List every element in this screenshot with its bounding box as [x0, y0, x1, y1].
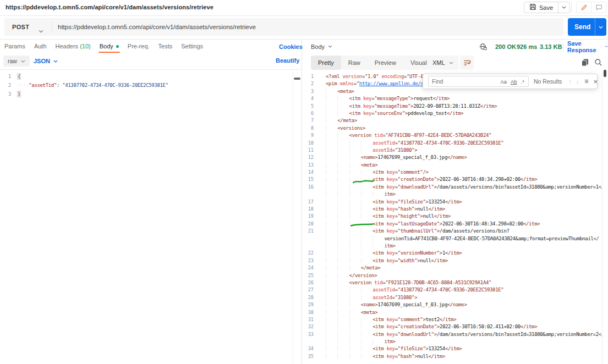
body-language-label: JSON [34, 58, 50, 64]
code-line: 3} [0, 90, 292, 98]
find-results-count: No Results [534, 78, 562, 85]
title-bar: https://pddevelop.t.omn5.com/api/core/v1… [0, 0, 608, 16]
send-options-button[interactable] [595, 18, 606, 36]
headers-count-badge: (10) [80, 43, 91, 49]
status-code[interactable]: 200 OK [495, 43, 516, 50]
whole-word-toggle[interactable]: Ab [511, 79, 517, 85]
code-line: 5 <itm key="messageTime">2022-09-08T13:2… [304, 103, 602, 110]
tab-tests[interactable]: Tests [158, 41, 173, 51]
response-size[interactable]: 3.13 KB [540, 43, 562, 50]
copy-icon [581, 58, 589, 67]
save-button[interactable]: Save [524, 2, 558, 13]
save-response-dropdown[interactable]: Save Response [567, 40, 608, 53]
body-format-dropdown[interactable]: raw [3, 56, 30, 67]
request-tabs: Params Auth Headers (10) Body Pre-req. T… [4, 40, 204, 53]
response-scrollbar-track [602, 73, 602, 364]
pencil-icon [580, 4, 588, 11]
code-line: 26 <version tid="F921E128-7D0B-4C65-8884… [304, 279, 602, 286]
request-body-editor[interactable]: 1{2····"assetTid":·"41387702-4734-470C-9… [0, 72, 292, 98]
comments-button[interactable] [591, 2, 606, 13]
find-widget: Aa Ab .* No Results ↑ ↓ ≡ × [423, 74, 598, 89]
find-previous-button[interactable]: ↑ [568, 78, 572, 85]
code-line: versionTid=AF741CB0-4F97-42E4-BEDC-57DA0… [304, 235, 602, 242]
code-line: 32 <itm key="creationDate">2022-06-30T16… [304, 323, 602, 330]
response-view-label: Body [311, 43, 325, 50]
find-input[interactable] [429, 78, 500, 85]
code-line: 29 <name>17467699_special_f_03.jpg</name… [304, 301, 602, 308]
tab-body[interactable]: Body [99, 41, 119, 51]
regex-toggle[interactable]: .* [521, 79, 524, 85]
match-case-toggle[interactable]: Aa [500, 79, 507, 85]
code-line: 22 <itm key="versionNumber">1</itm> [304, 250, 602, 257]
line-wrap-button[interactable] [460, 56, 474, 70]
tab-settings[interactable]: Settings [180, 41, 204, 51]
response-time[interactable]: 926 ms [517, 43, 537, 50]
code-line: 8 <versions> [304, 125, 602, 132]
chevron-down-icon [599, 26, 603, 29]
beautify-link[interactable]: Beautify [276, 57, 299, 64]
chevron-down-icon [53, 60, 58, 63]
code-line: 15 <itm key="creationDate">2022-06-30T16… [304, 176, 602, 183]
request-bar: POST https://pddevelop.t.omn5.com/api/co… [0, 15, 608, 40]
find-close-button[interactable]: × [593, 78, 598, 86]
code-line: 28 assetId="31080"> [304, 294, 602, 301]
code-line: 35 <itm key="hash">null</itm> [304, 353, 602, 360]
panel-divider[interactable] [302, 40, 302, 364]
editor-top-border [0, 69, 302, 70]
code-line: 24 </meta> [304, 264, 602, 272]
status-separator [563, 43, 563, 51]
send-button[interactable]: Send [568, 18, 606, 36]
save-options-button[interactable] [558, 2, 569, 13]
request-url-bar: POST https://pddevelop.t.omn5.com/api/co… [4, 18, 563, 36]
code-line: 19 <itm key="height">null</itm> [304, 213, 602, 220]
tab-pretty[interactable]: Pretty [311, 56, 341, 70]
save-icon [529, 3, 536, 12]
code-line: 16 <itm key="downloadUrl">/dam/assets/ve… [304, 184, 602, 191]
save-button-group[interactable]: Save [524, 2, 570, 13]
code-line: 12 <name>17467699_special_f_03.jpg</name… [304, 154, 602, 161]
tab-params[interactable]: Params [4, 41, 26, 51]
network-info-icon[interactable] [479, 43, 487, 53]
cookies-link[interactable]: Cookies [279, 43, 303, 50]
response-language-dropdown[interactable]: XML [427, 56, 459, 70]
request-title-url: https://pddevelop.t.omn5.com/api/core/v1… [6, 4, 213, 10]
method-url-separator [52, 21, 52, 32]
code-line: 31 <itm key="comment">test2</itm> [304, 316, 602, 323]
tab-preview[interactable]: Preview [368, 56, 403, 70]
response-scrollbar-thumb[interactable] [604, 70, 606, 77]
line-wrap-icon [463, 59, 471, 67]
code-line: 13 <meta> [304, 162, 602, 169]
find-in-selection-button[interactable]: ≡ [584, 78, 588, 85]
code-line: 17 <itm key="fileSize">133254</itm> [304, 198, 602, 206]
tab-headers[interactable]: Headers (10) [55, 41, 91, 51]
code-line: 7 </meta> [304, 117, 602, 124]
edit-button[interactable] [577, 2, 591, 13]
copy-response-button[interactable] [581, 58, 589, 69]
toolbar-separator [571, 3, 572, 12]
chevron-down-icon [605, 45, 608, 48]
tab-raw[interactable]: Raw [341, 56, 368, 70]
save-button-label: Save [539, 4, 553, 11]
chevron-down-icon [562, 6, 566, 9]
code-line: 34 <itm key="fileSize">133254</itm> [304, 345, 602, 352]
response-body-viewer[interactable]: 1<?xml version="1.0" encoding="UTF-82<pi… [304, 73, 602, 364]
request-editor-scrollbar-thumb[interactable] [294, 78, 300, 80]
tab-pre-request[interactable]: Pre-req. [127, 41, 150, 51]
code-line: 6 <itm key="sourceEnv">pddevelop_test</i… [304, 110, 602, 117]
request-url-input[interactable]: https://pddevelop.t.omn5.com/api/core/v1… [58, 18, 256, 36]
chevron-down-icon [328, 45, 332, 48]
find-input-box: Aa Ab .* [428, 76, 529, 87]
code-line: 18 <itm key="hash">null</itm> [304, 206, 602, 213]
find-next-button[interactable]: ↓ [576, 78, 579, 85]
response-view-dropdown[interactable]: Body [311, 40, 332, 53]
code-line: 2····"assetTid":·"41387702-4734-470C-933… [0, 81, 292, 90]
tab-auth[interactable]: Auth [34, 41, 47, 51]
annotation-mark-creation-date [352, 178, 375, 184]
body-language-dropdown[interactable]: JSON [34, 56, 58, 67]
code-line: 27 assetTid="41387702-4734-470C-9336-20E… [304, 286, 602, 294]
code-line: itm> [304, 338, 602, 345]
chevron-down-icon [449, 62, 453, 64]
send-button-label: Send [574, 18, 590, 36]
search-response-button[interactable] [594, 58, 602, 69]
code-line: 10 assetTid="41387702-4734-470C-9336-20E… [304, 140, 602, 147]
